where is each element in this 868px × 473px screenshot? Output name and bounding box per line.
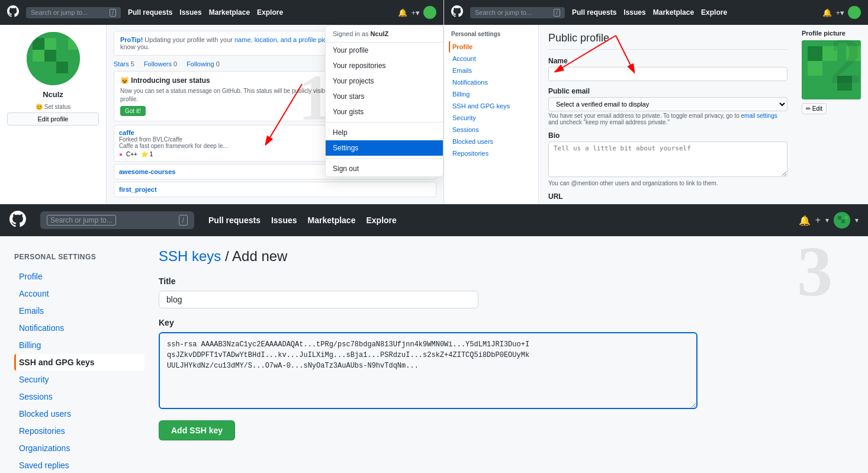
s2-profile-pic-label: Profile picture — [802, 30, 863, 37]
s1-search[interactable]: Search or jump to... / — [26, 7, 121, 18]
sidebar-item-emails[interactable]: Emails — [14, 303, 144, 319]
add-ssh-key-button[interactable]: Add SSH key — [159, 420, 235, 440]
s2-sidebar-notifications[interactable]: Notifications — [449, 76, 533, 88]
s1-repo-name-awesome[interactable]: awesome-courses — [119, 168, 175, 175]
main-bell-icon[interactable]: 🔔 — [799, 215, 811, 226]
main-explore-link[interactable]: Explore — [366, 215, 396, 225]
ssh-keys-link[interactable]: SSH keys — [159, 248, 221, 264]
s2-nav-links: Pull requests Issues Marketplace Explore — [572, 8, 727, 17]
s1-dropdown-your-stars[interactable]: Your stars — [326, 89, 443, 104]
s1-pull-requests-link[interactable]: Pull requests — [128, 8, 172, 17]
main-search[interactable]: Search or jump to... / — [40, 211, 194, 229]
s1-set-status[interactable]: 😊 Set status — [36, 104, 70, 110]
main-plus-icon[interactable]: + — [815, 215, 821, 226]
sidebar-item-notifications[interactable]: Notifications — [14, 320, 144, 336]
s1-avatar[interactable] — [423, 6, 436, 19]
s2-bio-textarea[interactable] — [548, 141, 787, 177]
s2-sidebar-billing[interactable]: Billing — [449, 88, 533, 100]
s1-marketplace-link[interactable]: Marketplace — [209, 8, 250, 17]
s1-repo-name-first[interactable]: first_project — [119, 186, 157, 193]
s2-pull-requests-link[interactable]: Pull requests — [572, 8, 616, 17]
svg-rect-13 — [846, 46, 861, 61]
page-title-separator: / Add new — [221, 248, 287, 264]
svg-rect-5 — [56, 62, 68, 73]
main-issues-link[interactable]: Issues — [271, 215, 297, 225]
s1-dropdown-sign-out[interactable]: Sign out — [326, 161, 443, 176]
s2-issues-link[interactable]: Issues — [623, 8, 645, 17]
s1-github-logo — [7, 5, 19, 20]
s1-protip-link[interactable]: name, location, and a profile picture — [234, 36, 337, 43]
s2-url-group: URL — [548, 192, 787, 201]
s1-body: Nculz 😊 Set status Edit profile ProTip! … — [0, 25, 443, 204]
main-pull-requests-link[interactable]: Pull requests — [208, 215, 261, 225]
s1-repo-name-caffe[interactable]: caffe — [119, 129, 134, 136]
sidebar-item-account[interactable]: Account — [14, 285, 144, 302]
s1-dropdown-your-projects[interactable]: Your projects — [326, 73, 443, 89]
sidebar-item-organizations[interactable]: Organizations — [14, 440, 144, 456]
key-textarea[interactable]: ssh-rsa AAAAB3NzaC1yc2EAAAADAQAt...tPRg/… — [159, 332, 697, 409]
s2-sidebar-heading: Personal settings — [449, 30, 533, 38]
title-section: Title — [159, 276, 854, 318]
s2-right-panel: Profile picture ✏ Edit — [797, 25, 868, 204]
s2-search[interactable]: Search or jump to... / — [470, 7, 565, 18]
s2-email-settings-link[interactable]: email settings — [741, 112, 777, 119]
sidebar-item-profile[interactable]: Profile — [14, 268, 144, 285]
sidebar-item-sessions[interactable]: Sessions — [14, 388, 144, 405]
s1-explore-link[interactable]: Explore — [257, 8, 283, 17]
s2-email-select[interactable]: Select a verified email to display — [548, 97, 787, 111]
s2-sidebar-repos[interactable]: Repositories — [449, 147, 533, 159]
s1-bell-icon[interactable]: 🔔 — [398, 8, 407, 17]
s2-search-key: / — [554, 9, 560, 17]
s2-sidebar-blocked[interactable]: Blocked users — [449, 136, 533, 147]
s1-got-it-btn[interactable]: Got it! — [120, 106, 146, 116]
s2-bell-icon[interactable]: 🔔 — [822, 8, 832, 17]
s2-avatar[interactable] — [848, 6, 861, 19]
sidebar-item-saved-replies[interactable]: Saved replies — [14, 457, 144, 473]
svg-rect-6 — [68, 38, 80, 50]
main-avatar[interactable] — [834, 212, 850, 229]
s2-bio-label: Bio — [548, 131, 787, 140]
s2-edit-picture-btn[interactable]: ✏ Edit — [802, 103, 827, 114]
s2-marketplace-link[interactable]: Marketplace — [653, 8, 694, 17]
s1-plus-icon[interactable]: +▾ — [411, 8, 420, 17]
s1-dropdown-help[interactable]: Help — [326, 125, 443, 140]
sidebar-item-repositories[interactable]: Repositories — [14, 423, 144, 439]
sidebar-item-billing[interactable]: Billing — [14, 337, 144, 353]
s2-explore-link[interactable]: Explore — [701, 8, 727, 17]
sidebar-item-security[interactable]: Security — [14, 371, 144, 388]
s2-sidebar: Personal settings Profile Account Emails… — [444, 25, 539, 204]
main-ssh-content: SSH keys / Add new Title Key ssh-rsa AAA… — [159, 248, 854, 473]
s1-dropdown-header: Signed in as NculZ — [326, 25, 443, 43]
s2-sidebar-emails[interactable]: Emails — [449, 65, 533, 76]
main-marketplace-link[interactable]: Marketplace — [308, 215, 356, 225]
sidebar-item-blocked-users[interactable]: Blocked users — [14, 406, 144, 422]
s1-dropdown-divider2 — [326, 158, 443, 159]
s2-sidebar-profile[interactable]: Profile — [449, 41, 533, 53]
s2-github-logo — [451, 5, 463, 20]
s2-nav-right: 🔔 +▾ — [822, 6, 861, 19]
s1-issues-link[interactable]: Issues — [179, 8, 201, 17]
main-github-logo[interactable] — [9, 211, 26, 230]
s1-followers: Followers 0 — [144, 60, 177, 67]
s1-dropdown-username: NculZ — [371, 30, 389, 37]
s1-search-text: Search or jump to... — [31, 9, 88, 16]
s1-dropdown-your-gists[interactable]: Your gists — [326, 104, 443, 120]
s1-dropdown-your-profile[interactable]: Your profile — [326, 43, 443, 58]
s1-edit-profile-btn[interactable]: Edit profile — [7, 112, 99, 126]
s1-dropdown-divider1 — [326, 122, 443, 123]
s2-search-text: Search or jump to... — [475, 9, 532, 16]
s2-sidebar-account[interactable]: Account — [449, 53, 533, 65]
s2-body: Personal settings Profile Account Emails… — [444, 25, 868, 204]
s1-protip-text: Updating your profile with your — [144, 36, 234, 43]
sidebar-item-ssh-gpg-keys[interactable]: SSH and GPG keys — [14, 354, 144, 371]
s2-main: Public profile Name Public email Select … — [539, 25, 797, 204]
title-input[interactable] — [159, 291, 478, 308]
s1-dropdown-your-repos[interactable]: Your repositories — [326, 58, 443, 73]
s2-sidebar-security[interactable]: Security — [449, 112, 533, 124]
s2-sidebar-ssh[interactable]: SSH and GPG keys — [449, 100, 533, 112]
s2-sidebar-sessions[interactable]: Sessions — [449, 124, 533, 136]
s2-plus-icon[interactable]: +▾ — [835, 8, 844, 17]
s1-dropdown-settings[interactable]: Settings — [326, 140, 443, 156]
s2-name-input[interactable] — [548, 67, 787, 81]
key-section: Key ssh-rsa AAAAB3NzaC1yc2EAAAADAQAt...t… — [159, 318, 854, 420]
